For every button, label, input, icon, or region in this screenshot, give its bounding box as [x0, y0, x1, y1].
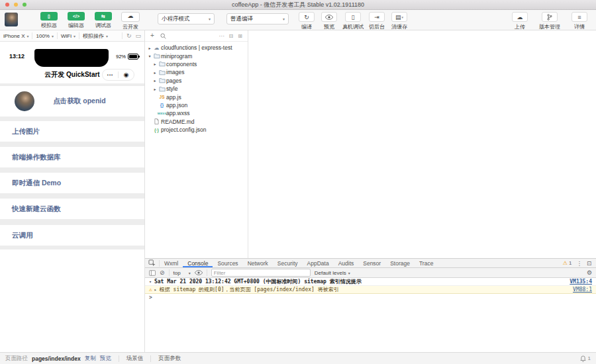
chevron-right-icon[interactable]: ▸	[152, 78, 158, 83]
editor-icon: </>	[68, 12, 85, 21]
chevron-down-icon: ▾	[283, 17, 285, 21]
status-time: 13:12	[9, 53, 25, 60]
device-select[interactable]: iPhone X ▾	[0, 30, 32, 41]
tree-item-components[interactable]: ▸ components	[145, 60, 248, 68]
divider	[150, 355, 151, 362]
clear-cache-button[interactable]: ▤ ▾ 清缓存	[390, 12, 409, 30]
chevron-right-icon[interactable]: ▸	[152, 70, 158, 75]
menu-item-cloud-call[interactable]: 云调用	[0, 225, 144, 246]
chevron-down-icon[interactable]: ▾	[147, 54, 152, 58]
source-link[interactable]: VM88:1	[573, 287, 592, 293]
menu-item-im-demo[interactable]: 即时通信 Demo	[0, 173, 144, 193]
more-dots-icon[interactable]: •••	[103, 73, 118, 77]
chevron-right-icon[interactable]: ▸	[154, 287, 157, 293]
page-params-button[interactable]: 页面参数	[158, 355, 181, 363]
context-select[interactable]: top ▾	[174, 270, 191, 276]
gear-icon[interactable]: ⚙	[587, 269, 592, 276]
zoom-window-button[interactable]	[23, 3, 26, 7]
menu-item-upload-image[interactable]: 上传图片	[0, 121, 144, 142]
close-window-button[interactable]	[5, 3, 9, 7]
tab-trace[interactable]: Trace	[415, 259, 438, 267]
console-group-message[interactable]: ▾ Sat Mar 21 2020 13:12:42 GMT+0800 (中国标…	[145, 278, 596, 286]
add-file-icon[interactable]: +	[150, 32, 154, 39]
tree-item-project-config[interactable]: (·) project.config.json	[145, 126, 248, 134]
tab-sensor[interactable]: Sensor	[358, 259, 385, 267]
tree-item-cloudfunctions[interactable]: ▸ ☁ cloudfunctions | express-test	[145, 44, 248, 52]
notifications[interactable]: 1	[580, 355, 591, 362]
tree-item-images[interactable]: ▸ images	[145, 68, 248, 76]
tab-wxml[interactable]: Wxml	[160, 259, 183, 267]
cloud-dev-button[interactable]: ☁ 云开发	[119, 12, 142, 30]
tree-item-miniprogram[interactable]: ▾ miniprogram	[145, 52, 248, 60]
chevron-right-icon[interactable]: ▸	[147, 46, 152, 50]
mode-select[interactable]: 小程序模式 ▾	[158, 13, 215, 24]
simulate-operations-select[interactable]: 模拟操作 ▾	[79, 30, 111, 41]
tab-storage[interactable]: Storage	[385, 259, 415, 267]
compile-config-select[interactable]: 普通编译 ▾	[226, 13, 289, 24]
panel-toggle-group: ▯ 模拟器 </> 编辑器 ⇆ 调试器 ☁ 云开发	[37, 12, 142, 30]
simulator-icon: ▯	[40, 12, 58, 21]
collapse-all-icon[interactable]: ⊟	[229, 33, 234, 39]
minimize-window-button[interactable]	[14, 3, 18, 7]
log-levels-select[interactable]: Default levels ▾	[315, 270, 350, 276]
preview-button[interactable]: 预览	[320, 12, 338, 30]
tab-audits[interactable]: Audits	[334, 259, 359, 267]
editor-toggle-button[interactable]: </> 编辑器	[64, 12, 88, 30]
new-item-icon[interactable]: ⊞	[238, 33, 242, 39]
chevron-down-icon: ▾	[209, 17, 211, 21]
console-sidebar-icon[interactable]	[149, 270, 156, 276]
menu-item-new-cloud-function[interactable]: 快速新建云函数	[0, 199, 144, 219]
copy-path-link[interactable]: 复制	[85, 355, 96, 363]
tree-item-app-wxss[interactable]: wxss app.wxss	[145, 109, 248, 117]
eye-icon[interactable]	[195, 270, 203, 275]
version-control-button[interactable]: 版本管理	[539, 12, 560, 30]
source-link[interactable]: VM135:4	[570, 279, 592, 285]
tab-appdata[interactable]: AppData	[303, 259, 334, 267]
simulator-toggle-button[interactable]: ▯ 模拟器	[37, 12, 61, 30]
console-warning-message[interactable]: ⚠ ▸ 根据 sitemap 的规则[0]，当前页面 [pages/index/…	[145, 286, 596, 294]
scene-value-button[interactable]: 场景值	[126, 355, 144, 363]
debugger-toggle-button[interactable]: ⇆ 调试器	[91, 12, 115, 30]
undock-icon[interactable]: ⊡	[587, 260, 591, 267]
capsule-menu[interactable]: ••• ◉	[102, 69, 134, 81]
zoom-select[interactable]: 100% ▾	[32, 30, 56, 41]
wxss-file-icon: wxss	[158, 111, 166, 115]
menu-item-database[interactable]: 前端操作数据库	[0, 147, 144, 167]
tab-network[interactable]: Network	[243, 259, 273, 267]
rotate-device-icon[interactable]: ↻	[126, 32, 132, 39]
console-input-row[interactable]: >	[145, 294, 596, 301]
device-debug-button[interactable]: ▯ 真机调试	[342, 12, 364, 30]
switch-background-button[interactable]: ⇥ 切后台	[368, 12, 386, 30]
details-button[interactable]: ≡ 详情	[570, 12, 589, 30]
network-select[interactable]: WiFi ▾	[58, 30, 79, 41]
compile-button[interactable]: ↻ 编译	[297, 12, 316, 30]
preview-path-link[interactable]: 预览	[100, 355, 111, 363]
tree-item-pages[interactable]: ▸ pages	[145, 77, 248, 85]
tree-item-app-json[interactable]: {} app.json	[145, 101, 248, 109]
user-avatar	[15, 91, 34, 111]
inspect-element-icon[interactable]	[148, 259, 156, 267]
tab-sources[interactable]: Sources	[213, 259, 242, 267]
device-frame-icon[interactable]: ▭	[135, 32, 141, 39]
console-filter-input[interactable]	[211, 269, 311, 277]
search-icon[interactable]	[160, 33, 166, 39]
exit-target-icon[interactable]: ◉	[119, 70, 134, 79]
chevron-down-icon[interactable]: ▾	[149, 279, 152, 285]
tree-item-app-js[interactable]: JS app.js	[145, 93, 248, 101]
clear-console-icon[interactable]: ⊘	[160, 269, 165, 276]
tab-console[interactable]: Console	[183, 259, 213, 267]
user-avatar[interactable]	[5, 13, 18, 26]
upload-button[interactable]: ☁ 上传	[511, 12, 529, 30]
chevron-right-icon[interactable]: ▸	[152, 62, 158, 66]
window-controls[interactable]	[5, 3, 26, 7]
more-dots-icon[interactable]: ⋯	[219, 33, 224, 39]
get-openid-button[interactable]: 点击获取 openid	[34, 97, 124, 106]
tree-item-readme[interactable]: README.md	[145, 118, 248, 126]
tree-item-style[interactable]: ▸ style	[145, 85, 248, 93]
get-openid-row[interactable]: 点击获取 openid	[0, 86, 144, 116]
warning-count-badge[interactable]: ⚠ 1	[563, 260, 572, 266]
tab-security[interactable]: Security	[273, 259, 303, 267]
kebab-menu-icon[interactable]: ⋮	[576, 260, 582, 267]
console-toolbar: ⊘ top ▾ Default levels ▾ ⚙	[145, 268, 596, 278]
chevron-right-icon[interactable]: ▸	[152, 87, 158, 91]
